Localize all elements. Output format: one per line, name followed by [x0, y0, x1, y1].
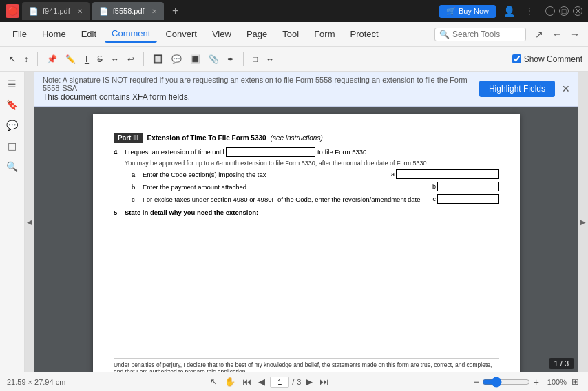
- main-area: ☰ 🔖 💬 ◫ 🔍 ◀ Note: A signature IS NOT req…: [0, 72, 588, 372]
- app-icon: 🔴: [6, 4, 19, 18]
- stamp-button[interactable]: 🔳: [187, 52, 204, 66]
- hand-tool-icon[interactable]: ✋: [222, 376, 238, 388]
- row4-num: 4: [114, 147, 125, 156]
- menu-home[interactable]: Home: [35, 26, 73, 42]
- sidebar-layers-icon[interactable]: ◫: [4, 138, 21, 154]
- tab-f5558-close[interactable]: ✕: [151, 8, 157, 15]
- zoom-value: 100%: [542, 378, 567, 386]
- rowb-label: b: [432, 182, 436, 191]
- xfa-close-button[interactable]: ✕: [562, 83, 570, 94]
- date-field[interactable]: [226, 147, 315, 157]
- prev-page-button[interactable]: ◀: [256, 376, 267, 388]
- text-line-10: [114, 321, 499, 330]
- zoom-out-button[interactable]: −: [473, 376, 479, 388]
- cursor-arrow-button[interactable]: ↕: [21, 52, 32, 66]
- tab-f941[interactable]: 📄 f941.pdf ✕: [22, 2, 90, 20]
- forward-icon[interactable]: →: [567, 27, 582, 42]
- menu-form[interactable]: Form: [307, 26, 342, 42]
- replace-text-button[interactable]: ↔: [107, 52, 123, 66]
- menu-bar: File Home Edit Comment Convert View Page…: [0, 22, 588, 47]
- last-page-button[interactable]: ⏭: [317, 376, 330, 388]
- tab-f941-close[interactable]: ✕: [77, 8, 83, 15]
- text-line-12: [114, 343, 499, 352]
- tab-f5558[interactable]: 📄 f5558.pdf ✕: [92, 2, 164, 20]
- menu-tool[interactable]: Tool: [275, 26, 306, 42]
- page-count-badge: 1 / 3: [549, 358, 574, 369]
- zoom-slider[interactable]: [482, 377, 530, 388]
- cursor-select-icon[interactable]: ↖: [208, 376, 220, 388]
- highlight-fields-button[interactable]: Highlight Fields: [479, 81, 555, 97]
- rowc-field[interactable]: [437, 194, 499, 204]
- sidebar-pages-icon[interactable]: ☰: [4, 76, 21, 92]
- pdf-row-a: a Enter the Code section(s) imposing the…: [114, 169, 499, 179]
- new-tab-button[interactable]: +: [168, 3, 183, 19]
- section-label: Part III: [114, 133, 143, 143]
- row5-text: State in detail why you need the extensi…: [125, 208, 499, 217]
- cursor-tool-button[interactable]: ↖: [6, 52, 19, 66]
- close-button[interactable]: ✕: [573, 6, 582, 16]
- menu-protect[interactable]: Protect: [343, 26, 385, 42]
- pdf-row-c: c For excise taxes under section 4980 or…: [114, 194, 499, 204]
- distance-button[interactable]: ↔: [262, 52, 277, 66]
- callout-button[interactable]: 💬: [168, 52, 185, 66]
- fit-page-icon[interactable]: ⊞: [569, 376, 581, 388]
- left-sidebar: ☰ 🔖 💬 ◫ 🔍: [0, 72, 25, 372]
- menu-page[interactable]: Page: [240, 26, 274, 42]
- pdf-row-4: 4 I request an extension of time until t…: [114, 147, 499, 157]
- insert-text-button[interactable]: ↩: [124, 52, 138, 66]
- sidebar-search-icon[interactable]: 🔍: [4, 158, 21, 175]
- share-icon[interactable]: ↗: [532, 27, 547, 42]
- penalty-text: Under penalties of perjury, I declare th…: [114, 358, 499, 372]
- text-line-6: [114, 277, 499, 286]
- right-panel-collapse[interactable]: ▶: [578, 72, 588, 372]
- menu-file[interactable]: File: [6, 26, 34, 42]
- toolbar: ↖ ↕ 📌 ✏️ T̲ S̶ ↔ ↩ 🔲 💬 🔳 📎 ✒ □ ↔ Show Co…: [0, 47, 588, 72]
- text-line-9: [114, 310, 499, 319]
- minimize-button[interactable]: —: [545, 6, 555, 16]
- attach-button[interactable]: 📎: [205, 52, 222, 66]
- buy-now-button[interactable]: 🛒 Buy Now: [439, 5, 496, 18]
- strikeout-button[interactable]: S̶: [94, 52, 106, 66]
- page-size: 21.59 × 27.94 cm: [7, 378, 65, 386]
- search-input[interactable]: [452, 30, 521, 39]
- row5-num: 5: [114, 208, 125, 217]
- maximize-button[interactable]: □: [559, 6, 569, 16]
- first-page-button[interactable]: ⏮: [240, 376, 253, 388]
- show-comment-checkbox[interactable]: [512, 54, 521, 63]
- sidebar-bookmark-icon[interactable]: 🔖: [4, 96, 21, 113]
- nav-controls: ↖ ✋ ⏮ ◀ / 3 ▶ ⏭: [208, 376, 330, 388]
- left-panel-collapse[interactable]: ◀: [25, 72, 34, 372]
- sidebar-comment-icon[interactable]: 💬: [4, 117, 21, 134]
- zoom-controls: − + 100% ⊞: [473, 376, 581, 388]
- menu-comment[interactable]: Comment: [105, 25, 157, 43]
- search-icon: 🔍: [439, 30, 450, 39]
- menu-convert[interactable]: Convert: [158, 26, 204, 42]
- pdf-document[interactable]: Part III Extension of Time To File Form …: [34, 107, 578, 372]
- area-tool-button[interactable]: □: [249, 52, 261, 66]
- rowa-letter: a: [132, 170, 143, 179]
- underline-button[interactable]: T̲: [81, 52, 92, 66]
- rowb-letter: b: [132, 182, 143, 191]
- row4-text: I request an extension of time until to …: [125, 147, 499, 157]
- rowb-field[interactable]: [437, 182, 499, 191]
- back-icon[interactable]: ←: [549, 27, 565, 42]
- sticky-note-button[interactable]: 📌: [43, 52, 61, 66]
- row4-note: You may be approved for up to a 6-month …: [125, 160, 499, 167]
- rowa-label: a: [391, 170, 395, 179]
- highlight-button[interactable]: ✏️: [62, 52, 79, 66]
- rowa-field[interactable]: [396, 169, 499, 179]
- title-bar: 🔴 📄 f941.pdf ✕ 📄 f5558.pdf ✕ + 🛒 Buy Now…: [0, 0, 588, 22]
- menu-edit[interactable]: Edit: [74, 26, 103, 42]
- xfa-text: Note: A signature IS NOT required if you…: [43, 76, 472, 102]
- account-icon[interactable]: 👤: [501, 3, 516, 19]
- xfa-banner: Note: A signature IS NOT required if you…: [34, 72, 578, 107]
- menu-view[interactable]: View: [205, 26, 238, 42]
- more-options-icon[interactable]: ⋮: [522, 3, 537, 19]
- xfa-info: This document contains XFA form fields.: [43, 92, 472, 102]
- draw-button[interactable]: ✒: [224, 52, 238, 66]
- page-input[interactable]: [270, 377, 289, 388]
- text-box-button[interactable]: 🔲: [149, 52, 167, 66]
- next-page-button[interactable]: ▶: [304, 376, 315, 388]
- zoom-in-button[interactable]: +: [533, 376, 539, 388]
- text-line-3: [114, 244, 499, 253]
